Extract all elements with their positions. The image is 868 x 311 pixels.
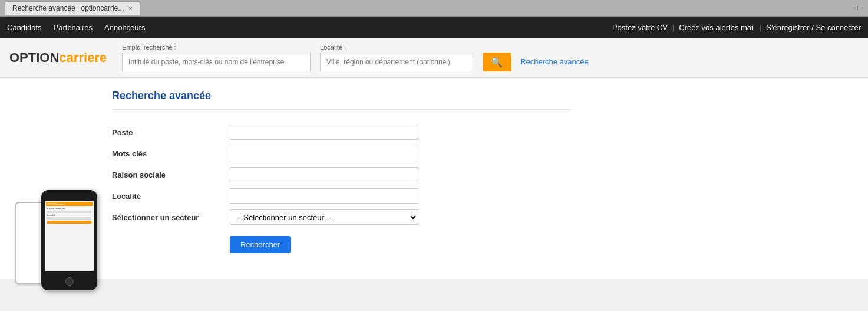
advanced-search-link[interactable]: Recherche avancée: [520, 57, 589, 66]
emploi-input[interactable]: [122, 53, 311, 71]
phone-home-button: [65, 277, 74, 286]
form-row-submit: Rechercher: [112, 230, 418, 258]
search-area: OPTIONcarriere Emploi recherché : Locali…: [0, 38, 868, 78]
label-localite: Localité: [112, 188, 230, 209]
input-raison-sociale[interactable]: [230, 167, 418, 182]
search-button[interactable]: 🔍: [483, 53, 511, 71]
main-content: Recherche avancée Poste Mots clés Raison…: [0, 78, 868, 279]
sep-2: |: [760, 23, 761, 32]
cell-secteur: -- Sélectionner un secteur --: [230, 209, 418, 230]
cell-submit: Rechercher: [230, 230, 418, 258]
input-mots-cles[interactable]: [230, 146, 418, 161]
label-raison-sociale: Raison sociale: [112, 166, 230, 188]
new-tab-icon[interactable]: +: [852, 3, 863, 14]
label-poste: Poste: [112, 124, 230, 145]
nav-candidats[interactable]: Candidats: [7, 18, 42, 37]
top-nav-left: Candidats Partenaires Annonceurs: [7, 18, 145, 37]
localite-input[interactable]: [320, 53, 473, 71]
select-secteur[interactable]: -- Sélectionner un secteur --: [230, 209, 418, 225]
form-row-raison-sociale: Raison sociale: [112, 166, 418, 188]
rechercher-button[interactable]: Rechercher: [230, 236, 291, 253]
tab-bar: Recherche avancée | optioncarrie... × +: [0, 0, 868, 17]
top-nav: Candidats Partenaires Annonceurs Postez …: [0, 17, 868, 38]
form-row-mots-cles: Mots clés: [112, 145, 418, 166]
tab-close-icon[interactable]: ×: [128, 5, 132, 12]
submit-spacer: [112, 230, 230, 258]
phone-screen-header: OPTIONcarriere: [46, 202, 93, 206]
nav-senregistrer[interactable]: S'enregistrer / Se connecter: [766, 23, 861, 32]
label-mots-cles: Mots clés: [112, 145, 230, 166]
browser-tab[interactable]: Recherche avancée | optioncarrie... ×: [5, 1, 140, 15]
form-row-poste: Poste: [112, 124, 418, 145]
cell-mots-cles: [230, 145, 418, 166]
nav-postez-cv[interactable]: Postez votre CV: [612, 23, 668, 32]
nav-annonceurs[interactable]: Annonceurs: [104, 18, 145, 37]
localite-label: Localité :: [320, 44, 473, 51]
logo-option: OPTION: [9, 50, 59, 66]
input-poste[interactable]: [230, 125, 418, 140]
form-row-localite: Localité: [112, 188, 418, 209]
emploi-field-group: Emploi recherché :: [122, 44, 311, 71]
nav-partenaires[interactable]: Partenaires: [54, 18, 93, 37]
logo: OPTIONcarriere: [9, 50, 107, 66]
phone-screen-content: Emploi recherché Localité: [46, 206, 93, 226]
advanced-search-form: Poste Mots clés Raison sociale: [112, 124, 418, 258]
sep-1: |: [672, 23, 674, 32]
form-row-secteur: Sélectionner un secteur -- Sélectionner …: [112, 209, 418, 230]
sidebar: OPTIONcarriere Emploi recherché Localité: [0, 178, 112, 311]
emploi-label: Emploi recherché :: [122, 44, 311, 51]
page-title: Recherche avancée: [112, 90, 572, 110]
cell-localite: [230, 188, 418, 209]
main-wrapper: OPTIONcarriere Emploi recherché Localité…: [0, 78, 868, 311]
logo-carriere: carriere: [59, 50, 107, 66]
cell-poste: [230, 124, 418, 145]
nav-alertes-mail[interactable]: Créez vos alertes mail: [679, 23, 755, 32]
tab-label: Recherche avancée | optioncarrie...: [12, 4, 124, 12]
input-localite[interactable]: [230, 188, 418, 204]
phone-screen: OPTIONcarriere Emploi recherché Localité: [45, 201, 94, 271]
phone-image: OPTIONcarriere Emploi recherché Localité: [9, 190, 103, 308]
label-secteur: Sélectionner un secteur: [112, 209, 230, 230]
phone-front: OPTIONcarriere Emploi recherché Localité: [41, 190, 97, 290]
cell-raison-sociale: [230, 166, 418, 188]
localite-field-group: Localité :: [320, 44, 473, 71]
top-nav-right: Postez votre CV | Créez vos alertes mail…: [612, 23, 861, 32]
